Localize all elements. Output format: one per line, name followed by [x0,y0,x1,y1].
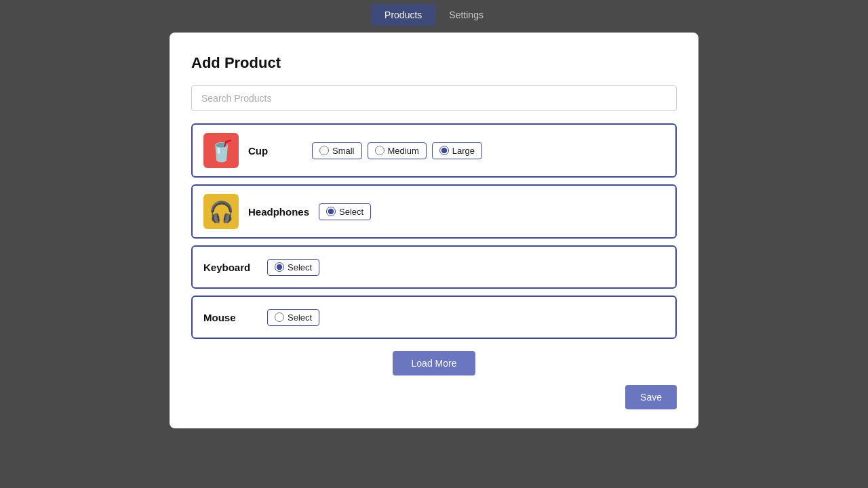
mouse-option-select-label: Select [288,312,312,323]
keyboard-radio-select[interactable] [275,262,284,272]
product-thumb-cup: 🥤 [203,133,239,168]
cup-option-small-label: Small [332,146,355,156]
cup-icon: 🥤 [209,139,234,163]
cup-option-large[interactable]: Large [432,142,482,159]
save-button[interactable]: Save [625,385,677,409]
top-navigation: Products Settings [0,0,868,30]
modal-title: Add Product [191,54,677,72]
tab-settings[interactable]: Settings [435,4,497,26]
load-more-button[interactable]: Load More [393,351,476,375]
cup-option-small[interactable]: Small [312,142,362,159]
mouse-option-select[interactable]: Select [267,309,319,326]
cup-option-medium[interactable]: Medium [368,142,427,159]
headphones-icon: 🎧 [209,200,234,224]
cup-options: Small Medium Large [312,142,482,159]
save-row: Save [191,385,677,409]
headphones-option-select-label: Select [339,207,363,217]
mouse-options: Select [267,309,319,326]
tab-products[interactable]: Products [371,4,435,26]
headphones-radio-select[interactable] [326,207,336,216]
product-row-cup: 🥤 Cup Small Medium Large [191,123,677,178]
product-name-keyboard: Keyboard [203,262,258,273]
keyboard-option-select[interactable]: Select [267,259,319,276]
headphones-options: Select [319,203,371,220]
cup-radio-small[interactable] [319,146,329,155]
mouse-radio-select[interactable] [275,312,284,322]
load-more-row: Load More [191,351,677,375]
cup-radio-medium[interactable] [375,146,384,155]
add-product-modal: Add Product 🥤 Cup Small Medium Large 🎧 [170,33,698,428]
product-row-headphones: 🎧 Headphones Select [191,184,677,239]
search-input[interactable] [191,85,677,111]
keyboard-option-select-label: Select [288,262,312,272]
cup-option-large-label: Large [452,146,475,156]
product-name-cup: Cup [248,145,302,157]
product-row-keyboard: Keyboard Select [191,245,677,289]
product-row-mouse: Mouse Select [191,296,677,339]
keyboard-options: Select [267,259,319,276]
cup-radio-large[interactable] [439,146,449,155]
product-name-headphones: Headphones [248,206,309,218]
product-name-mouse: Mouse [203,312,258,323]
product-thumb-headphones: 🎧 [203,194,239,229]
cup-option-medium-label: Medium [388,146,419,156]
headphones-option-select[interactable]: Select [319,203,371,220]
